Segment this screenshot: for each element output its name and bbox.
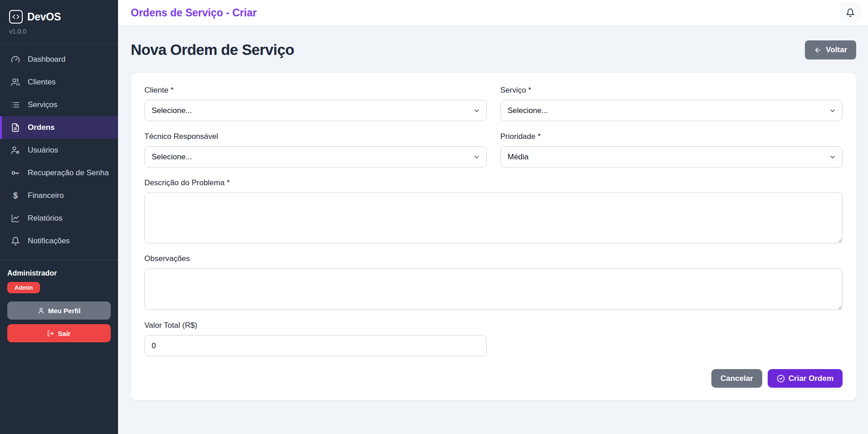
cancel-button-label: Cancelar: [720, 374, 753, 383]
arrow-left-icon: [814, 46, 822, 54]
logout-button-label: Sair: [58, 330, 70, 337]
observacoes-label: Observações: [144, 254, 843, 263]
observacoes-field: Observações: [144, 254, 843, 310]
cliente-label: Cliente *: [144, 86, 487, 95]
list-icon: [11, 100, 20, 109]
app-name: DevOS: [27, 11, 61, 23]
bell-icon: [11, 237, 20, 246]
sidebar-nav: Dashboard Clientes Serviços Ordens Usuár…: [0, 44, 118, 252]
sidebar-item-ordens[interactable]: Ordens: [0, 116, 118, 139]
notifications-button[interactable]: [840, 2, 861, 23]
sidebar-item-label: Dashboard: [28, 55, 65, 64]
servico-label: Serviço *: [500, 86, 843, 95]
sidebar-item-label: Financeiro: [28, 191, 64, 200]
page-content: Nova Ordem de Serviço Voltar Cliente * S…: [118, 26, 868, 400]
role-badge: Admin: [7, 282, 40, 293]
descricao-field: Descrição do Problema *: [144, 178, 843, 243]
sidebar-item-dashboard[interactable]: Dashboard: [0, 48, 118, 71]
sidebar-item-label: Clientes: [28, 78, 55, 87]
user-name: Administrador: [7, 269, 111, 277]
app-logo-block: DevOS v1.0.0: [0, 0, 118, 44]
code-icon: [9, 10, 23, 24]
sidebar-item-label: Recuperação de Senha: [28, 168, 109, 178]
cancel-button[interactable]: Cancelar: [711, 369, 762, 388]
sidebar-item-notificacoes[interactable]: Notificações: [0, 230, 118, 252]
create-order-button-label: Criar Ordem: [789, 374, 833, 383]
observacoes-textarea[interactable]: [144, 268, 843, 310]
back-button-label: Voltar: [826, 45, 847, 54]
prioridade-label: Prioridade *: [500, 132, 843, 141]
sidebar-item-label: Serviços: [28, 100, 57, 109]
cliente-field: Cliente * Selecione...: [144, 86, 487, 121]
descricao-label: Descrição do Problema *: [144, 178, 843, 187]
profile-button-label: Meu Perfil: [48, 307, 81, 315]
back-button[interactable]: Voltar: [805, 40, 856, 59]
bell-icon: [846, 8, 855, 17]
line-chart-icon: [11, 214, 20, 223]
page-title: Nova Ordem de Serviço: [131, 41, 294, 59]
sidebar-item-financeiro[interactable]: $ Financeiro: [0, 184, 118, 207]
breadcrumb-title: Ordens de Serviço - Criar: [131, 7, 256, 19]
logout-button[interactable]: Sair: [7, 324, 111, 342]
prioridade-select[interactable]: Média: [500, 146, 843, 168]
logout-icon: [47, 330, 54, 337]
new-order-form: Cliente * Selecione... Serviço *: [131, 73, 856, 400]
sidebar-item-recuperacao-senha[interactable]: Recuperação de Senha: [0, 162, 118, 184]
descricao-textarea[interactable]: [144, 192, 843, 243]
tecnico-field: Técnico Responsável Selecione...: [144, 132, 487, 168]
tecnico-label: Técnico Responsável: [144, 132, 487, 141]
users-icon: [11, 78, 20, 87]
valor-label: Valor Total (R$): [144, 321, 487, 330]
file-icon: [11, 123, 20, 132]
user-icon: [38, 307, 44, 314]
sidebar-item-servicos[interactable]: Serviços: [0, 94, 118, 116]
servico-select[interactable]: Selecione...: [500, 100, 843, 121]
main-area: Ordens de Serviço - Criar Nova Ordem de …: [118, 0, 868, 434]
cliente-select[interactable]: Selecione...: [144, 100, 487, 121]
topbar: Ordens de Serviço - Criar: [118, 0, 868, 26]
check-circle-icon: [777, 375, 785, 383]
sidebar-item-label: Ordens: [28, 123, 55, 132]
prioridade-field: Prioridade * Média: [500, 132, 843, 168]
dollar-icon: $: [11, 192, 20, 200]
create-order-button[interactable]: Criar Ordem: [768, 369, 843, 388]
sidebar: DevOS v1.0.0 Dashboard Clientes Serviços: [0, 0, 118, 434]
key-icon: [11, 168, 20, 178]
user-gear-icon: [11, 146, 20, 155]
gauge-icon: [11, 55, 20, 64]
app-version: v1.0.0: [9, 28, 109, 35]
sidebar-user-section: Administrador Admin Meu Perfil Sair: [0, 260, 118, 351]
sidebar-item-clientes[interactable]: Clientes: [0, 71, 118, 94]
sidebar-item-relatorios[interactable]: Relatórios: [0, 207, 118, 230]
sidebar-item-label: Notificações: [28, 237, 70, 246]
valor-input[interactable]: [144, 335, 487, 356]
valor-field: Valor Total (R$): [144, 321, 487, 356]
profile-button[interactable]: Meu Perfil: [7, 301, 111, 320]
sidebar-item-label: Usuários: [28, 146, 58, 155]
tecnico-select[interactable]: Selecione...: [144, 146, 487, 168]
sidebar-item-usuarios[interactable]: Usuários: [0, 139, 118, 162]
servico-field: Serviço * Selecione...: [500, 86, 843, 121]
sidebar-item-label: Relatórios: [28, 214, 63, 223]
